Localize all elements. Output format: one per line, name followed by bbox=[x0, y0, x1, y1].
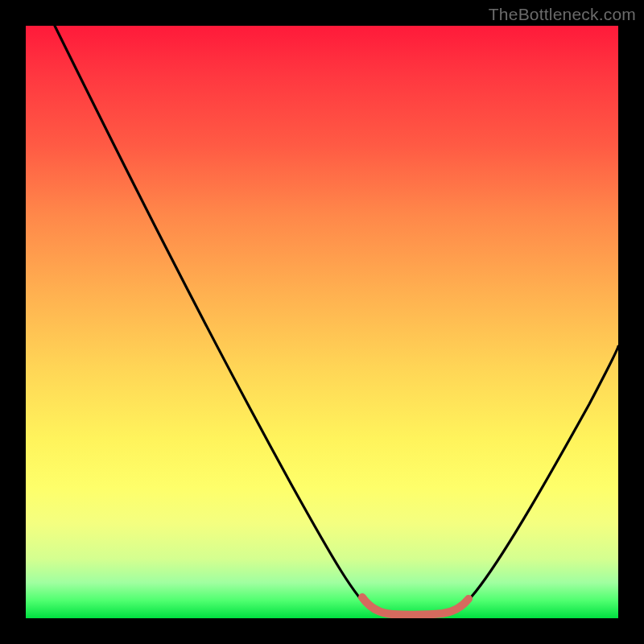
black-curve bbox=[55, 26, 618, 615]
chart-curves bbox=[26, 26, 618, 618]
watermark-text: TheBottleneck.com bbox=[489, 5, 636, 24]
red-segment bbox=[362, 597, 469, 615]
chart-container: TheBottleneck.com bbox=[0, 0, 644, 644]
plot-area bbox=[26, 26, 618, 618]
